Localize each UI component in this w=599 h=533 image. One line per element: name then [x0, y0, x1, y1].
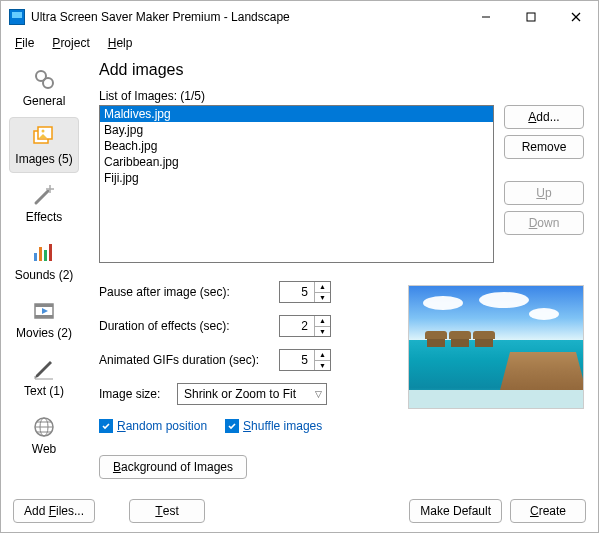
list-item[interactable]: Beach.jpg	[100, 138, 493, 154]
spin-up-icon[interactable]: ▲	[315, 282, 330, 293]
add-files-button[interactable]: Add Files...	[13, 499, 95, 523]
sidebar-item-effects[interactable]: Effects	[9, 175, 79, 231]
size-value: Shrink or Zoom to Fit	[184, 387, 296, 401]
sidebar-item-general[interactable]: General	[9, 59, 79, 115]
down-button[interactable]: Down	[504, 211, 584, 235]
menu-file[interactable]: File	[7, 34, 42, 52]
sparkle-icon	[31, 183, 57, 207]
bottom-bar: Add Files... Test Make Default Create	[1, 490, 598, 532]
svg-rect-10	[39, 247, 42, 261]
app-icon	[9, 9, 25, 25]
window-title: Ultra Screen Saver Maker Premium - Lands…	[31, 10, 290, 24]
duration-label: Duration of effects (sec):	[99, 319, 271, 333]
sidebar-label: Movies (2)	[16, 326, 72, 340]
list-item[interactable]: Maldives.jpg	[100, 106, 493, 122]
close-button[interactable]	[553, 2, 598, 32]
image-size-dropdown[interactable]: Shrink or Zoom to Fit ▽	[177, 383, 327, 405]
sidebar-item-web[interactable]: Web	[9, 407, 79, 463]
sidebar-item-text[interactable]: Text (1)	[9, 349, 79, 405]
globe-icon	[31, 415, 57, 439]
spin-up-icon[interactable]: ▲	[315, 316, 330, 327]
gif-label: Animated GIFs duration (sec):	[99, 353, 271, 367]
test-button[interactable]: Test	[129, 499, 205, 523]
sidebar-label: Effects	[26, 210, 62, 224]
gear-icon	[31, 67, 57, 91]
list-item[interactable]: Caribbean.jpg	[100, 154, 493, 170]
sidebar-item-sounds[interactable]: Sounds (2)	[9, 233, 79, 289]
sidebar: General Images (5) Effects	[1, 53, 87, 490]
random-position-checkbox[interactable]: Random position	[99, 419, 207, 433]
list-item[interactable]: Fiji.jpg	[100, 170, 493, 186]
spin-up-icon[interactable]: ▲	[315, 350, 330, 361]
gif-value[interactable]: 5	[280, 353, 314, 367]
svg-rect-11	[44, 250, 47, 261]
image-preview	[408, 285, 584, 409]
svg-rect-14	[35, 304, 53, 307]
app-window: Ultra Screen Saver Maker Premium - Lands…	[0, 0, 599, 533]
menu-help[interactable]: Help	[100, 34, 141, 52]
image-listbox[interactable]: Maldives.jpg Bay.jpg Beach.jpg Caribbean…	[99, 105, 494, 263]
duration-value[interactable]: 2	[280, 319, 314, 333]
page-title: Add images	[99, 61, 584, 79]
pause-value[interactable]: 5	[280, 285, 314, 299]
list-header: List of Images: (1/5)	[99, 89, 584, 103]
checkmark-icon	[225, 419, 239, 433]
sidebar-label: General	[23, 94, 66, 108]
equalizer-icon	[31, 241, 57, 265]
svg-rect-1	[527, 13, 535, 21]
remove-button[interactable]: Remove	[504, 135, 584, 159]
menubar: File Project Help	[1, 33, 598, 53]
shuffle-images-checkbox[interactable]: Shuffle images	[225, 419, 322, 433]
pause-spinner[interactable]: 5 ▲▼	[279, 281, 331, 303]
svg-rect-12	[49, 244, 52, 261]
checkmark-icon	[99, 419, 113, 433]
svg-point-8	[42, 129, 45, 132]
add-button[interactable]: Add...	[504, 105, 584, 129]
make-default-button[interactable]: Make Default	[409, 499, 502, 523]
svg-rect-9	[34, 253, 37, 261]
svg-rect-15	[35, 315, 53, 318]
sidebar-label: Text (1)	[24, 384, 64, 398]
chevron-down-icon: ▽	[315, 389, 322, 399]
list-item[interactable]: Bay.jpg	[100, 122, 493, 138]
list-buttons: Add... Remove Up Down	[504, 105, 584, 263]
sidebar-label: Sounds (2)	[15, 268, 74, 282]
minimize-button[interactable]	[463, 2, 508, 32]
create-button[interactable]: Create	[510, 499, 586, 523]
images-icon	[31, 125, 57, 149]
size-label: Image size:	[99, 387, 169, 401]
sidebar-label: Images (5)	[15, 152, 72, 166]
duration-spinner[interactable]: 2 ▲▼	[279, 315, 331, 337]
up-button[interactable]: Up	[504, 181, 584, 205]
menu-project[interactable]: Project	[44, 34, 97, 52]
background-of-images-button[interactable]: Background of Images	[99, 455, 247, 479]
pause-label: Pause after image (sec):	[99, 285, 271, 299]
main-area: General Images (5) Effects	[1, 53, 598, 490]
gif-spinner[interactable]: 5 ▲▼	[279, 349, 331, 371]
sidebar-item-images[interactable]: Images (5)	[9, 117, 79, 173]
titlebar: Ultra Screen Saver Maker Premium - Lands…	[1, 1, 598, 33]
spin-down-icon[interactable]: ▼	[315, 361, 330, 371]
film-icon	[31, 299, 57, 323]
maximize-button[interactable]	[508, 2, 553, 32]
content-panel: Add images List of Images: (1/5) Maldive…	[87, 53, 598, 490]
spin-down-icon[interactable]: ▼	[315, 327, 330, 337]
sidebar-label: Web	[32, 442, 56, 456]
spin-down-icon[interactable]: ▼	[315, 293, 330, 303]
sidebar-item-movies[interactable]: Movies (2)	[9, 291, 79, 347]
svg-point-5	[43, 78, 53, 88]
pencil-icon	[31, 357, 57, 381]
